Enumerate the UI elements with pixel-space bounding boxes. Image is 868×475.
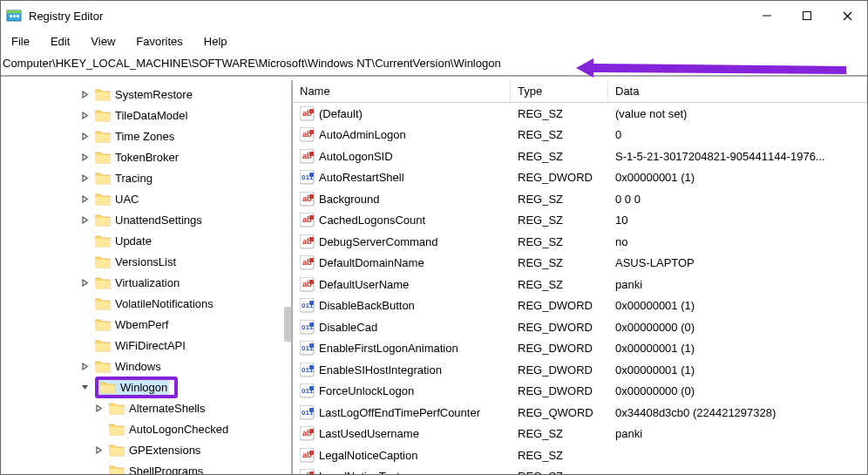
value-type: REG_SZ bbox=[511, 193, 608, 206]
svg-rect-6 bbox=[804, 12, 811, 20]
chevron-right-icon[interactable] bbox=[81, 112, 95, 119]
tree-item[interactable]: VolatileNotifications bbox=[1, 293, 291, 314]
reg-binary-icon bbox=[300, 341, 315, 356]
value-type: REG_DWORD bbox=[511, 321, 608, 334]
value-row[interactable]: CachedLogonsCountREG_SZ10 bbox=[293, 210, 867, 232]
tree-item[interactable]: WiFiDirectAPI bbox=[1, 335, 291, 356]
value-row[interactable]: DisableCadREG_DWORD0x00000000 (0) bbox=[293, 316, 867, 338]
value-row[interactable]: LastUsedUsernameREG_SZpanki bbox=[293, 424, 867, 445]
value-row[interactable]: DebugServerCommandREG_SZno bbox=[293, 231, 867, 253]
address-bar[interactable]: Computer\HKEY_LOCAL_MACHINE\SOFTWARE\Mic… bbox=[1, 54, 867, 77]
tree-item[interactable]: UnattendSettings bbox=[1, 209, 291, 230]
tree-item[interactable]: Time Zones bbox=[1, 126, 291, 146]
value-name: DisableCad bbox=[319, 321, 377, 334]
tree-item-label: VersionsList bbox=[115, 255, 176, 268]
tree-item[interactable]: GPExtensions bbox=[1, 439, 291, 460]
value-data: panki bbox=[608, 278, 867, 291]
tree-item[interactable]: TileDataModel bbox=[1, 105, 291, 126]
folder-icon bbox=[95, 339, 111, 352]
value-row[interactable]: EnableFirstLogonAnimationREG_DWORD0x0000… bbox=[293, 338, 867, 360]
tree-item[interactable]: Update bbox=[1, 230, 291, 251]
tree-item-label: AlternateShells bbox=[129, 402, 205, 415]
value-row[interactable]: LastLogOffEndTimePerfCounterREG_QWORD0x3… bbox=[293, 402, 867, 424]
value-row[interactable]: AutoRestartShellREG_DWORD0x00000001 (1) bbox=[293, 167, 867, 189]
tree-item[interactable]: ShellPrograms bbox=[1, 460, 291, 474]
folder-icon bbox=[95, 276, 111, 289]
tree-item[interactable]: TokenBroker bbox=[1, 146, 291, 167]
maximize-button[interactable] bbox=[787, 1, 827, 31]
tree-pane[interactable]: SystemRestoreTileDataModelTime ZonesToke… bbox=[1, 80, 293, 474]
tree-item-label: WiFiDirectAPI bbox=[115, 339, 186, 352]
value-type: REG_SZ bbox=[511, 214, 608, 227]
chevron-right-icon[interactable] bbox=[95, 404, 109, 412]
chevron-right-icon[interactable] bbox=[81, 174, 95, 182]
registry-editor-window: Registry Editor File Edit View Favorites… bbox=[0, 0, 868, 475]
chevron-right-icon[interactable] bbox=[81, 153, 95, 161]
menu-view[interactable]: View bbox=[82, 33, 124, 50]
values-pane[interactable]: Name Type Data (Default)REG_SZ(value not… bbox=[293, 80, 867, 474]
reg-string-icon bbox=[300, 255, 315, 270]
folder-icon bbox=[95, 234, 111, 248]
tree-item[interactable]: Winlogon bbox=[1, 377, 291, 397]
tree-item[interactable]: Windows bbox=[1, 356, 291, 377]
value-name: AutoAdminLogon bbox=[319, 128, 406, 141]
column-name[interactable]: Name bbox=[293, 80, 511, 102]
tree-item[interactable]: Virtualization bbox=[1, 272, 291, 293]
menu-favorites[interactable]: Favorites bbox=[127, 33, 191, 50]
reg-binary-icon bbox=[300, 320, 315, 335]
value-row[interactable]: DisableBackButtonREG_DWORD0x00000001 (1) bbox=[293, 295, 867, 317]
reg-binary-icon bbox=[300, 363, 315, 377]
tree-item[interactable]: UAC bbox=[1, 188, 291, 209]
splitter-handle[interactable] bbox=[284, 307, 291, 342]
chevron-right-icon[interactable] bbox=[81, 363, 95, 370]
value-row[interactable]: DefaultDomainNameREG_SZASUS-LAPTOP bbox=[293, 253, 867, 275]
value-data: no bbox=[608, 235, 867, 248]
chevron-right-icon[interactable] bbox=[81, 91, 95, 98]
minimize-button[interactable] bbox=[747, 1, 787, 31]
value-data: 0x34408d3cb0 (224421297328) bbox=[608, 406, 867, 419]
value-type: REG_DWORD bbox=[511, 384, 608, 397]
tree-item[interactable]: AlternateShells bbox=[1, 397, 291, 418]
value-row[interactable]: AutoLogonSIDREG_SZS-1-5-21-3017204821-90… bbox=[293, 146, 867, 167]
value-row[interactable]: (Default)REG_SZ(value not set) bbox=[293, 103, 867, 125]
tree-item[interactable]: AutoLogonChecked bbox=[1, 418, 291, 439]
chevron-right-icon[interactable] bbox=[81, 195, 95, 203]
address-path: Computer\HKEY_LOCAL_MACHINE\SOFTWARE\Mic… bbox=[3, 57, 501, 70]
value-row[interactable]: DefaultUserNameREG_SZpanki bbox=[293, 274, 867, 295]
column-data[interactable]: Data bbox=[608, 80, 867, 102]
tree-item[interactable]: VersionsList bbox=[1, 251, 291, 272]
value-type: REG_SZ bbox=[511, 427, 608, 440]
value-row[interactable]: ForceUnlockLogonREG_DWORD0x00000000 (0) bbox=[293, 381, 867, 403]
tree-item-label: Winlogon bbox=[120, 381, 167, 394]
folder-icon bbox=[95, 88, 111, 101]
folder-icon bbox=[95, 193, 111, 206]
chevron-right-icon[interactable] bbox=[81, 279, 95, 287]
column-type[interactable]: Type bbox=[511, 80, 608, 102]
reg-string-icon bbox=[300, 106, 315, 121]
chevron-down-icon[interactable] bbox=[81, 383, 95, 391]
tree-item[interactable]: SystemRestore bbox=[1, 84, 291, 105]
value-row[interactable]: EnableSIHostIntegrationREG_DWORD0x000000… bbox=[293, 359, 867, 381]
menu-edit[interactable]: Edit bbox=[42, 33, 78, 50]
value-row[interactable]: BackgroundREG_SZ0 0 0 bbox=[293, 188, 867, 210]
value-row[interactable]: LegalNoticeCaptionREG_SZ bbox=[293, 444, 867, 466]
menu-file[interactable]: File bbox=[3, 33, 38, 50]
value-row[interactable]: LegalNoticeTextREG_SZ bbox=[293, 466, 867, 475]
close-button[interactable] bbox=[827, 1, 867, 31]
value-data: 0x00000001 (1) bbox=[608, 363, 867, 377]
menu-help[interactable]: Help bbox=[195, 33, 236, 50]
tree-item[interactable]: WbemPerf bbox=[1, 314, 291, 335]
app-icon bbox=[6, 8, 22, 24]
tree-item-label: VolatileNotifications bbox=[115, 297, 214, 310]
value-name: AutoLogonSID bbox=[319, 150, 393, 163]
folder-icon bbox=[95, 109, 111, 122]
chevron-right-icon[interactable] bbox=[95, 446, 109, 454]
value-row[interactable]: AutoAdminLogonREG_SZ0 bbox=[293, 125, 867, 146]
value-name: DefaultDomainName bbox=[319, 256, 424, 269]
tree-item-label: Windows bbox=[115, 360, 161, 373]
chevron-right-icon[interactable] bbox=[81, 132, 95, 140]
chevron-right-icon[interactable] bbox=[81, 216, 95, 224]
tree-item[interactable]: Tracing bbox=[1, 167, 291, 188]
value-data: 0x00000000 (0) bbox=[608, 321, 867, 334]
value-type: REG_DWORD bbox=[511, 299, 608, 312]
